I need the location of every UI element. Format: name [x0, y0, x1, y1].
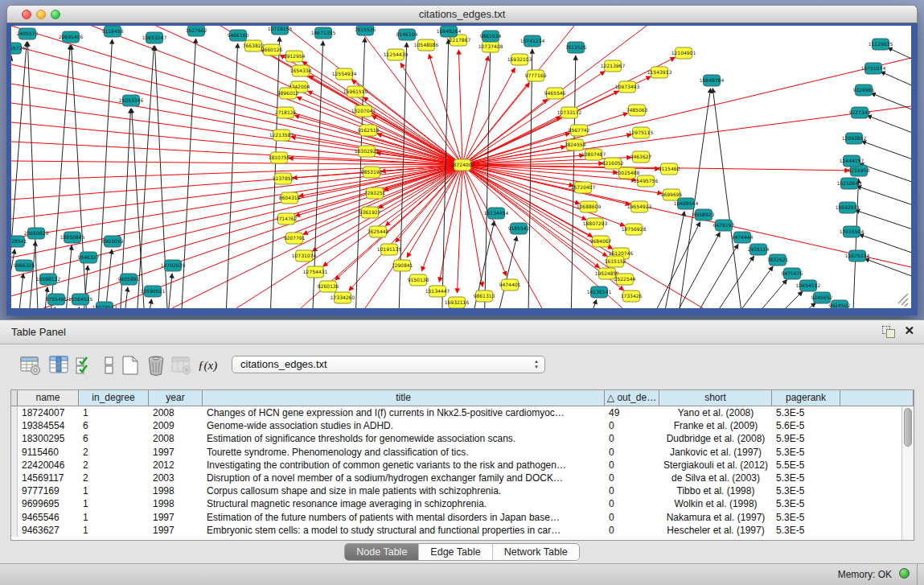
table-settings-button[interactable] — [19, 354, 42, 377]
citation-edge[interactable] — [528, 49, 532, 308]
citation-edge[interactable] — [881, 72, 911, 100]
graph-node[interactable]: 8604318 — [279, 192, 301, 204]
citation-edge[interactable] — [133, 46, 154, 308]
graph-node[interactable]: 10737408 — [478, 41, 503, 52]
graph-node[interactable]: 12444157 — [840, 155, 864, 167]
vertical-scrollbar[interactable] — [901, 406, 914, 540]
graph-node[interactable]: 9185542 — [508, 223, 530, 234]
resize-grip[interactable] — [898, 294, 908, 307]
graph-node[interactable]: 10973493 — [615, 81, 640, 93]
graph-node[interactable]: 8903059 — [102, 236, 124, 247]
graph-node[interactable]: 9329966 — [853, 84, 875, 96]
citation-edge[interactable] — [24, 241, 35, 308]
graph-node[interactable]: 9861313 — [474, 290, 495, 302]
graph-node[interactable]: 19654923 — [627, 201, 652, 212]
graph-node[interactable]: 7290841 — [392, 260, 413, 271]
citation-edge-red[interactable] — [357, 26, 462, 165]
graph-node[interactable]: 15720407 — [571, 182, 596, 193]
graph-node[interactable]: 11675334 — [845, 250, 870, 262]
citation-edge-red[interactable] — [377, 134, 462, 165]
citation-edge[interactable] — [118, 287, 128, 308]
graph-node[interactable]: 21053346 — [119, 95, 144, 106]
graph-node[interactable]: 16961510 — [343, 86, 368, 97]
scrollbar-thumb[interactable] — [904, 408, 912, 447]
graph-node[interactable]: 16932103 — [507, 54, 532, 65]
graph-node[interactable]: 7513526 — [565, 42, 587, 53]
graph-node[interactable]: 16848784 — [700, 75, 725, 86]
citation-edge[interactable] — [752, 303, 815, 308]
graph-node[interactable]: 9115460 — [659, 163, 680, 175]
graph-node[interactable]: 9119458 — [102, 26, 124, 37]
citation-edge-red[interactable] — [312, 165, 462, 251]
graph-node[interactable]: 2718126 — [275, 107, 297, 118]
graph-node[interactable]: 15692971 — [836, 202, 860, 213]
graph-node[interactable]: 7832621 — [767, 254, 789, 266]
table-row[interactable]: 977716911998Corpus callosum shape and si… — [11, 484, 914, 497]
graph-node[interactable]: 9896012 — [277, 88, 299, 99]
graph-node[interactable]: 9465546 — [544, 88, 566, 99]
graph-node[interactable]: 12554934 — [332, 68, 357, 80]
network-window-titlebar[interactable]: citations_edges.txt — [6, 5, 918, 23]
graph-node[interactable]: 1810755 — [269, 152, 290, 163]
citation-edge-red[interactable] — [458, 50, 462, 165]
graph-node[interactable]: 9660126 — [261, 44, 283, 56]
zoom-window-button[interactable] — [51, 10, 60, 19]
graph-node[interactable]: 12975115 — [629, 127, 654, 138]
graph-node[interactable]: 20555724 — [11, 43, 25, 54]
graph-node[interactable]: 2522544 — [614, 274, 636, 285]
graph-node[interactable]: 9684067 — [590, 236, 612, 247]
graph-node[interactable]: 9924502 — [829, 300, 851, 308]
citation-edge[interactable] — [483, 44, 491, 308]
citation-edge[interactable] — [224, 43, 238, 308]
graph-node[interactable]: 10191135 — [377, 244, 402, 255]
graph-node[interactable]: 8146104 — [396, 29, 418, 40]
graph-node[interactable]: 12213967 — [601, 60, 626, 72]
graph-node[interactable]: 9546327 — [78, 252, 100, 263]
graph-node[interactable]: 10364535 — [68, 294, 93, 305]
graph-node[interactable]: 12093852 — [842, 133, 867, 144]
column-header-name[interactable]: name — [18, 390, 79, 406]
citation-edge[interactable] — [653, 212, 684, 308]
citation-edge-red[interactable] — [11, 26, 462, 165]
table-row[interactable]: 969969511998Structural magnetic resonanc… — [11, 497, 914, 510]
table-row[interactable]: 1938455462009Genome-wide association stu… — [11, 419, 914, 432]
graph-node[interactable]: 8755491 — [46, 294, 68, 305]
graph-node[interactable]: 1654334 — [290, 65, 312, 76]
citation-edge[interactable] — [140, 299, 151, 308]
tab-node-table[interactable]: Node Table — [345, 544, 419, 560]
table-row[interactable]: 946362711997Embryonic stem cells: a mode… — [11, 524, 914, 537]
citation-edge[interactable] — [861, 141, 911, 171]
graph-node[interactable]: 9777169 — [525, 70, 547, 81]
graph-node[interactable]: 10588132 — [36, 274, 61, 285]
table-row[interactable]: 1872400712008Changes of HCN gene express… — [11, 406, 914, 419]
citation-edge[interactable] — [871, 93, 911, 122]
graph-node[interactable]: 2935114 — [748, 244, 770, 255]
graph-node[interactable]: 10733172 — [557, 107, 582, 118]
graph-node[interactable]: 15019513 — [92, 302, 117, 308]
graph-node[interactable]: 3824554 — [565, 139, 586, 150]
graph-node[interactable]: 18756928 — [622, 224, 647, 235]
graph-node[interactable]: 7714762 — [276, 213, 298, 225]
graph-node[interactable]: 11543913 — [647, 67, 672, 78]
table-selector-dropdown[interactable]: citations_edges.txt ▲▼ — [232, 356, 545, 373]
column-header-year[interactable]: year — [149, 390, 203, 406]
citation-edge[interactable] — [867, 116, 911, 145]
graph-node[interactable]: 6479197 — [713, 220, 735, 231]
graph-node[interactable]: 9066325 — [14, 260, 35, 271]
graph-node[interactable]: 16409544 — [674, 198, 699, 209]
function-builder-button[interactable]: ƒ(x) — [198, 354, 220, 377]
graph-node[interactable]: 9227349 — [849, 107, 871, 118]
column-header-title[interactable]: title — [203, 390, 605, 406]
graph-node[interactable]: 12104901 — [671, 47, 696, 59]
minimize-window-button[interactable] — [36, 10, 46, 19]
graph-node[interactable]: 7625442 — [368, 226, 389, 237]
column-header-out_degree[interactable]: △ out_de… — [605, 390, 659, 406]
citation-edge[interactable] — [738, 291, 803, 308]
graph-node[interactable]: 9474401 — [499, 279, 521, 290]
citation-edge-red[interactable] — [11, 122, 462, 165]
graph-node[interactable]: 7293251 — [364, 187, 386, 199]
graph-node[interactable]: 10654112 — [796, 280, 821, 291]
tab-network-table[interactable]: Network Table — [493, 544, 579, 560]
citation-edge-red[interactable] — [302, 62, 462, 165]
citation-edge[interactable] — [11, 249, 14, 308]
